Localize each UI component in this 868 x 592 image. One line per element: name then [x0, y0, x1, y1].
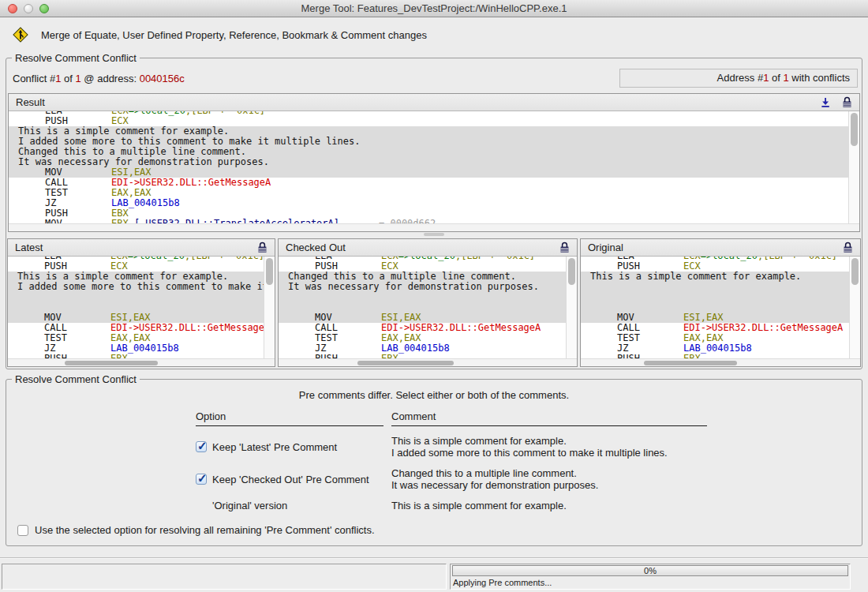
scrollbar-thumb[interactable] — [851, 113, 858, 146]
original-listing: LEAECX=>local_20,[EBP + -0x1c]PUSHECXThi… — [581, 257, 860, 358]
vertical-scrollbar[interactable] — [849, 257, 860, 358]
latest-panel-header: Latest — [8, 239, 275, 257]
resolve-conflict-top-group: Resolve Comment Conflict Conflict #1 of … — [6, 58, 862, 369]
comment-column-header: Comment — [391, 410, 707, 426]
panel-title: Original — [588, 242, 623, 253]
code-line: JZLAB_004015b8 — [279, 343, 577, 354]
use-for-all-label: Use the selected option for resolving al… — [35, 524, 375, 536]
code-line: JZLAB_004015b8 — [8, 343, 275, 354]
group-title: Resolve Comment Conflict — [12, 373, 140, 385]
resolve-conflict-options-group: Resolve Comment Conflict Pre comments di… — [6, 379, 862, 546]
scrollbar-thumb[interactable] — [851, 258, 859, 285]
group-title: Resolve Comment Conflict — [12, 52, 140, 64]
scrollbar-thumb[interactable] — [644, 361, 737, 365]
zoom-window-icon[interactable] — [39, 4, 49, 13]
original-panel-header: Original — [581, 239, 860, 257]
vertical-scrollbar[interactable] — [848, 111, 859, 223]
scrollbar-thumb[interactable] — [568, 258, 575, 285]
blank-line — [581, 282, 860, 292]
panel-title: Latest — [15, 242, 43, 253]
splitter-handle[interactable] — [424, 233, 444, 236]
result-listing: LEAECX=>local_20,[EBP + -0x1c]PUSHECXThi… — [9, 111, 859, 223]
keep-latest-pre-comment-checkbox[interactable] — [196, 441, 207, 452]
scrollbar-thumb[interactable] — [65, 361, 158, 365]
blank-line — [279, 292, 577, 302]
latest-listing: LEAECX=>local_20,[EBP + -0x1c]PUSHECXThi… — [8, 257, 275, 358]
vertical-scrollbar[interactable] — [566, 257, 577, 358]
code-line: JZLAB_004015b8 — [9, 198, 859, 208]
option-column-header: Option — [196, 410, 383, 426]
conflict-counter: Conflict #1 of 1 @ address: 0040156c — [13, 73, 185, 84]
blank-line — [581, 292, 860, 302]
horizontal-scrollbar[interactable] — [9, 223, 859, 231]
horizontal-scrollbar[interactable] — [8, 358, 275, 366]
result-panel-header: Result — [9, 94, 859, 111]
code-line: JZLAB_004015b8 — [581, 343, 860, 354]
comment-line: I added some more to this comment to mak… — [8, 282, 275, 292]
option-row: 'Original' versionThis is a simple comme… — [196, 500, 707, 511]
compare-panels-row: LatestLEAECX=>local_20,[EBP + -0x1c]PUSH… — [7, 238, 861, 367]
merge-phase-bar: Merge of Equate, User Defined Property, … — [0, 17, 868, 50]
goto-result-icon[interactable] — [820, 97, 831, 108]
panel-title: Result — [16, 96, 45, 108]
minimize-window-icon[interactable] — [24, 4, 33, 13]
horizontal-scrollbar[interactable] — [581, 358, 860, 366]
blank-line — [8, 292, 275, 302]
window-title: Merge Tool: Features_DevTestProject:/Win… — [301, 2, 567, 14]
checked-out-panel-header: Checked Out — [279, 239, 577, 257]
checked-out-listing: LEAECX=>local_20,[EBP + -0x1c]PUSHECXCha… — [279, 257, 577, 358]
merge-sign-icon — [13, 27, 28, 43]
address-conflict-counter: Address #1 of 1 with conflicts — [619, 69, 858, 88]
option-label: 'Original' version — [212, 500, 287, 511]
option-comment: Changed this to a multiple line comment.… — [391, 467, 707, 491]
comment-line: It was necessary for demonstration purpo… — [279, 282, 577, 292]
close-window-icon[interactable] — [8, 4, 17, 13]
code-line: PUSHEBX — [9, 208, 859, 219]
option-label: Keep 'Checked Out' Pre Comment — [212, 474, 369, 485]
option-comment: This is a simple comment for example. — [391, 500, 707, 511]
lock-icon[interactable] — [842, 96, 852, 108]
status-message-area — [2, 564, 447, 590]
panel-title: Checked Out — [286, 242, 346, 253]
merge-phase-message: Merge of Equate, User Defined Property, … — [41, 29, 427, 41]
progress-message: Applying Pre comments... — [452, 578, 848, 587]
option-table: Option Comment Keep 'Latest' Pre Comment… — [196, 410, 707, 511]
comment-line: This is a simple comment for example. — [581, 272, 860, 282]
keep-checked-out-pre-comment-checkbox[interactable] — [196, 474, 207, 485]
option-row: Keep 'Latest' Pre CommentThis is a simpl… — [196, 435, 707, 459]
panel-original: OriginalLEAECX=>local_20,[EBP + -0x1c]PU… — [580, 238, 861, 367]
scrollbar-thumb[interactable] — [357, 361, 454, 365]
lock-icon[interactable] — [257, 242, 268, 253]
vertical-scrollbar[interactable] — [264, 257, 275, 358]
progress-bar: 0% — [452, 565, 848, 576]
window-titlebar: Merge Tool: Features_DevTestProject:/Win… — [0, 0, 868, 17]
option-comment: This is a simple comment for example.I a… — [391, 435, 707, 459]
panel-checked-out: Checked OutLEAECX=>local_20,[EBP + -0x1c… — [278, 238, 578, 367]
use-for-all-checkbox[interactable] — [17, 525, 28, 536]
lock-icon[interactable] — [559, 242, 570, 253]
result-panel: Result LEAECX=>local — [8, 93, 860, 232]
progress-area: 0% Applying Pre comments... — [450, 564, 851, 590]
lock-icon[interactable] — [843, 242, 853, 253]
scrollbar-thumb[interactable] — [266, 258, 273, 285]
option-label: Keep 'Latest' Pre Comment — [212, 441, 337, 453]
panel-latest: LatestLEAECX=>local_20,[EBP + -0x1c]PUSH… — [7, 238, 275, 367]
option-row: Keep 'Checked Out' Pre CommentChanged th… — [196, 467, 707, 491]
status-bar: 0% Applying Pre comments... — [0, 557, 868, 592]
conflict-instruction: Pre comments differ. Select either or bo… — [16, 389, 852, 401]
horizontal-scrollbar[interactable] — [279, 358, 577, 366]
